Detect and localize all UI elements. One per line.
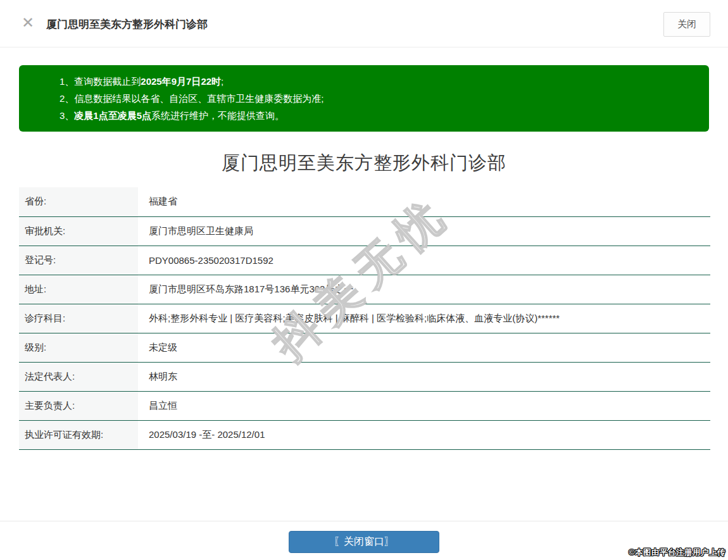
table-row-province: 省份: 福建省 (19, 187, 710, 216)
field-value: 未定级 (138, 333, 710, 362)
field-value: PDY00865-235020317D1592 (138, 246, 710, 275)
field-label: 省份: (19, 187, 138, 216)
close-x-icon[interactable]: ✕ (22, 15, 34, 30)
table-row-approval-authority: 审批机关: 厦门市思明区卫生健康局 (19, 216, 710, 246)
field-label: 级别: (19, 333, 138, 362)
footer-bar: 〖关闭窗口〗 (0, 521, 728, 560)
notice-line-2: 2、信息数据结果以各省、自治区、直辖市卫生健康委数据为准; (60, 90, 696, 107)
notice-3-text: 3、 (60, 110, 74, 121)
field-label: 执业许可证有效期: (19, 420, 138, 449)
table-row-person-in-charge: 主要负责人: 昌立恒 (19, 391, 710, 420)
table-row-license-validity: 执业许可证有效期: 2025/03/19 -至- 2025/12/01 (19, 420, 710, 449)
field-value: 林明东 (138, 362, 710, 391)
field-value: 昌立恒 (138, 391, 710, 420)
header-title: 厦门思明至美东方整形外科门诊部 (46, 17, 208, 32)
notice-1-text: 1、查询数据截止到 (60, 76, 141, 87)
notice-line-3: 3、凌晨1点至凌晨5点系统进行维护，不能提供查询。 (60, 107, 696, 124)
table-row-level: 级别: 未定级 (19, 333, 710, 362)
field-value: 2025/03/19 -至- 2025/12/01 (138, 420, 710, 449)
field-label: 登记号: (19, 246, 138, 275)
notice-2-text: 2、信息数据结果以各省、自治区、直辖市卫生健康委数据为准; (60, 93, 324, 104)
info-table: 省份: 福建省 审批机关: 厦门市思明区卫生健康局 登记号: PDY00865-… (19, 187, 710, 450)
modal-header: ✕ 厦门思明至美东方整形外科门诊部 关闭 (0, 0, 728, 47)
field-value: 厦门市思明区环岛东路1817号136单元302号之一 (138, 275, 710, 304)
notice-1-bold: 2025年9月7日22时 (141, 76, 221, 87)
field-label: 地址: (19, 275, 138, 304)
close-button[interactable]: 关闭 (663, 12, 710, 37)
notice-line-1: 1、查询数据截止到2025年9月7日22时; (60, 73, 696, 90)
field-value: 福建省 (138, 187, 710, 216)
field-label: 法定代表人: (19, 362, 138, 391)
close-window-button[interactable]: 〖关闭窗口〗 (289, 531, 439, 553)
table-row-legal-representative: 法定代表人: 林明东 (19, 362, 710, 391)
notice-3-bold: 凌晨1点至凌晨5点 (74, 110, 151, 121)
query-result-modal: ✕ 厦门思明至美东方整形外科门诊部 关闭 1、查询数据截止到2025年9月7日2… (0, 0, 728, 560)
notice-1-tail: ; (221, 76, 223, 87)
field-value: 外科;整形外科专业 | 医疗美容科;美容皮肤科 | 麻醉科 | 医学检验科;临床… (138, 304, 710, 333)
field-label: 审批机关: (19, 216, 138, 246)
table-row-address: 地址: 厦门市思明区环岛东路1817号136单元302号之一 (19, 275, 710, 304)
table-row-registration-number: 登记号: PDY00865-235020317D1592 (19, 246, 710, 275)
notice-banner: 1、查询数据截止到2025年9月7日22时; 2、信息数据结果以各省、自治区、直… (19, 65, 709, 132)
field-label: 主要负责人: (19, 391, 138, 420)
notice-3-tail: 系统进行维护，不能提供查询。 (151, 110, 284, 121)
upload-credit-watermark: ©本图由平台注册用户上传 (629, 547, 725, 558)
field-label: 诊疗科目: (19, 304, 138, 333)
table-row-medical-subjects: 诊疗科目: 外科;整形外科专业 | 医疗美容科;美容皮肤科 | 麻醉科 | 医学… (19, 304, 710, 333)
field-value: 厦门市思明区卫生健康局 (138, 216, 710, 246)
page-title: 厦门思明至美东方整形外科门诊部 (0, 151, 728, 176)
